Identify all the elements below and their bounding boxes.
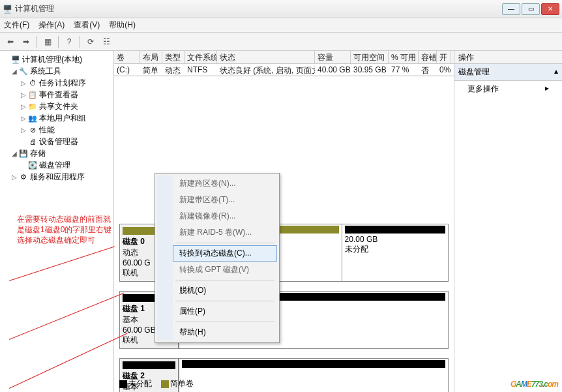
ctx-offline[interactable]: 脱机(O) xyxy=(173,282,277,299)
tree-root[interactable]: 🖥️计算机管理(本地) xyxy=(1,53,112,65)
col-layout[interactable]: 布局 xyxy=(140,51,162,63)
ctx-new-raid5[interactable]: 新建 RAID-5 卷(W)... xyxy=(173,224,277,241)
forward-icon[interactable]: ➡ xyxy=(20,35,33,48)
context-menu: 新建跨区卷(N)... 新建带区卷(T)... 新建镜像卷(R)... 新建 R… xyxy=(155,173,280,343)
show-hide-icon[interactable]: ▦ xyxy=(41,35,54,48)
col-status[interactable]: 状态 xyxy=(217,51,315,63)
help-icon[interactable]: ? xyxy=(63,35,76,48)
tree-devmgr[interactable]: 🖨设备管理器 xyxy=(1,136,112,147)
disk-2-part-1[interactable] xyxy=(179,359,448,392)
volume-row[interactable]: (C:) 简单 动态 NTFS 状态良好 (系统, 启动, 页面文件) 40.0… xyxy=(114,64,454,76)
view-icon[interactable]: ☷ xyxy=(100,35,113,48)
annotation-text: 在需要转动态磁盘的前面就是磁盘1磁盘0的字那里右键选择动态磁盘确定即可 xyxy=(17,214,115,245)
ctx-new-span[interactable]: 新建跨区卷(N)... xyxy=(173,175,277,192)
maximize-button[interactable]: ▭ xyxy=(522,3,540,15)
watermark: GAME773.com xyxy=(510,374,558,391)
close-button[interactable]: ✕ xyxy=(541,3,559,15)
back-icon[interactable]: ⬅ xyxy=(4,35,17,48)
tree-event[interactable]: ▷📋事件查看器 xyxy=(1,89,112,100)
tree-diskmgmt[interactable]: 💽磁盘管理 xyxy=(1,159,112,171)
title-bar: 🖥️ 计算机管理 — ▭ ✕ xyxy=(0,0,562,18)
refresh-icon[interactable]: ⟳ xyxy=(84,35,97,48)
actions-more[interactable]: 更多操作▸ xyxy=(454,81,562,97)
tree-perf[interactable]: ▷⊘性能 xyxy=(1,124,112,136)
legend: 未分配 简单卷 xyxy=(119,378,194,389)
window-title: 计算机管理 xyxy=(12,3,502,14)
ctx-new-stripe[interactable]: 新建带区卷(T)... xyxy=(173,192,277,208)
menu-view[interactable]: 查看(V) xyxy=(74,20,100,31)
menu-bar: 文件(F) 操作(A) 查看(V) 帮助(H) xyxy=(0,18,562,33)
ctx-to-gpt[interactable]: 转换成 GPT 磁盘(V) xyxy=(173,262,277,278)
menu-help[interactable]: 帮助(H) xyxy=(109,20,136,31)
minimize-button[interactable]: — xyxy=(502,3,520,15)
app-icon: 🖥️ xyxy=(3,5,12,14)
actions-section[interactable]: 磁盘管理▴ xyxy=(454,64,562,81)
col-fault[interactable]: 容错 xyxy=(419,51,437,63)
chevron-up-icon: ▴ xyxy=(554,67,558,78)
tree-share[interactable]: ▷📁共享文件夹 xyxy=(1,100,112,112)
ctx-props[interactable]: 属性(P) xyxy=(173,303,277,320)
ctx-new-mirror[interactable]: 新建镜像卷(R)... xyxy=(173,208,277,224)
chevron-right-icon: ▸ xyxy=(545,83,549,95)
tree-users[interactable]: ▷👥本地用户和组 xyxy=(1,112,112,124)
volume-header[interactable]: 卷 布局 类型 文件系统 状态 容量 可用空间 % 可用 容错 开 xyxy=(114,51,454,64)
col-capacity[interactable]: 容量 xyxy=(315,51,351,63)
disk-0-part-3[interactable]: 20.00 GB 未分配 xyxy=(342,224,448,281)
col-fs[interactable]: 文件系统 xyxy=(185,51,217,63)
col-volume[interactable]: 卷 xyxy=(114,51,140,63)
col-type[interactable]: 类型 xyxy=(162,51,185,63)
actions-pane: 操作 磁盘管理▴ 更多操作▸ xyxy=(454,51,562,392)
toolbar: ⬅ ➡ ▦ ? ⟳ ☷ xyxy=(0,33,562,51)
tree-storage[interactable]: ◢💾存储 xyxy=(1,147,112,159)
ctx-help[interactable]: 帮助(H) xyxy=(173,324,277,340)
ctx-to-dynamic[interactable]: 转换到动态磁盘(C)... xyxy=(173,245,277,262)
tree-task[interactable]: ▷⏱任务计划程序 xyxy=(1,77,112,89)
tree-systools[interactable]: ◢🔧系统工具 xyxy=(1,65,112,77)
menu-action[interactable]: 操作(A) xyxy=(38,20,65,31)
col-pct[interactable]: % 可用 xyxy=(389,51,419,63)
menu-file[interactable]: 文件(F) xyxy=(4,20,29,31)
col-free[interactable]: 可用空间 xyxy=(351,51,389,63)
actions-title: 操作 xyxy=(454,51,562,64)
tree-services[interactable]: ▷⚙服务和应用程序 xyxy=(1,171,112,183)
col-overhead[interactable]: 开 xyxy=(437,51,451,63)
